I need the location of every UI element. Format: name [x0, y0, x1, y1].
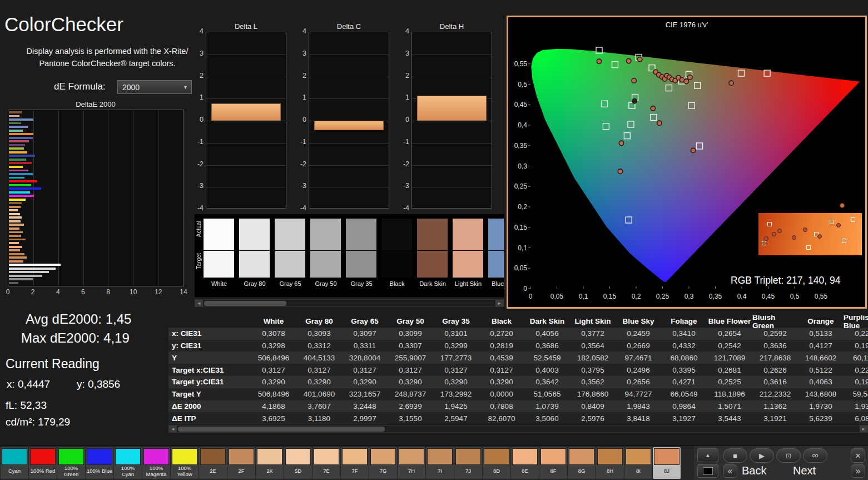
deltae-bar [9, 155, 35, 157]
table-cell: 0,4127 [798, 340, 844, 352]
patch-button-8d[interactable]: 8D [483, 447, 510, 479]
table-cell: 4,1868 [251, 400, 296, 413]
patch-color [654, 448, 679, 465]
patch-button-2e[interactable]: 2E [199, 447, 227, 479]
delta-bar [314, 121, 384, 130]
table-cell: 404,5133 [296, 352, 342, 364]
measured-point [792, 235, 796, 240]
svg-text:0,15: 0,15 [603, 293, 617, 300]
deltae-bar [9, 180, 37, 182]
deltae-bar [9, 202, 22, 204]
axis-tick-label: 0 [190, 116, 204, 123]
patch-color [370, 448, 396, 465]
patch-button-7g[interactable]: 7G [369, 447, 397, 479]
patch-button-7j[interactable]: 7J [454, 447, 482, 479]
table-cell: 212,2332 [752, 388, 798, 400]
patch-button-5d[interactable]: 5D [284, 447, 312, 479]
patch-button-cyan[interactable]: Cyan [1, 447, 28, 479]
swatch-scrollbar[interactable]: ◄ ► [195, 299, 504, 307]
deltae-bar [9, 162, 32, 164]
patch-button-2k[interactable]: 2K [256, 447, 284, 479]
patch-button-7e[interactable]: 7E [313, 447, 340, 479]
patch-button-8i[interactable]: 8I [624, 447, 652, 479]
scroll-right-icon[interactable]: ► [495, 300, 503, 306]
table-cell: 0,3127 [251, 364, 296, 376]
table-cell: 0,3772 [570, 328, 616, 340]
gridline [309, 143, 389, 143]
de-formula-dropdown[interactable]: 2000 ▼ [117, 80, 192, 94]
axis-tick-label: -3 [396, 182, 409, 190]
swatch-actual [275, 219, 305, 250]
frame-button[interactable]: ⊡ [776, 448, 801, 463]
patch-button-7i[interactable]: 7I [426, 447, 454, 479]
deltae-bar [9, 264, 61, 266]
de-formula-value: 2000 [122, 83, 140, 92]
max-de2000: Max dE2000: 4,19 [21, 330, 130, 346]
patch-button-7f[interactable]: 7F [341, 447, 369, 479]
table-cell: 0,3101 [433, 328, 479, 340]
patch-button-100-blue[interactable]: 100% Blue [86, 447, 113, 479]
table-cell: 0,3564 [570, 340, 616, 352]
patch-button-100-yellow[interactable]: 100% Yellow [171, 447, 199, 479]
measured-point [657, 121, 662, 125]
close-button[interactable]: ✕ [851, 448, 865, 463]
table-cell: 0,3410 [661, 328, 707, 340]
table-cell: 0,3307 [388, 340, 433, 352]
svg-text:0: 0 [523, 285, 527, 293]
axis-tick-label: 2 [293, 72, 306, 80]
patch-button-8h[interactable]: 8H [596, 447, 624, 479]
axis-tick-label: 4 [56, 288, 60, 296]
patch-color [87, 448, 112, 465]
patch-button-100-magenta[interactable]: 100% Magenta [142, 447, 170, 479]
next-chevron-button[interactable]: » [851, 464, 865, 478]
table-corner-cell [168, 315, 251, 328]
table-cell: 0,3290 [296, 376, 342, 388]
swatch-target [488, 251, 504, 278]
swatch-scrollbar-thumb[interactable] [204, 301, 286, 306]
scroll-left-icon[interactable]: ◄ [169, 425, 177, 432]
patch-button-2f[interactable]: 2F [227, 447, 255, 479]
svg-text:0,1: 0,1 [579, 293, 588, 300]
scroll-left-icon[interactable]: ◄ [195, 300, 203, 306]
svg-text:0,25: 0,25 [514, 182, 528, 190]
deltae-bar [9, 151, 27, 154]
axis-tick-label: -4 [293, 204, 306, 212]
blackout-button[interactable] [697, 464, 718, 478]
cie-diagram: 00,050,10,150,20,250,30,350,40,450,50,55… [508, 17, 865, 307]
table-scrollbar[interactable]: ◄ ► [168, 425, 868, 433]
target-point [806, 245, 811, 250]
next-button[interactable]: Next [793, 464, 816, 477]
patch-button-100-red[interactable]: 100% Red [29, 447, 57, 479]
patch-label: 100% Cyan [115, 465, 141, 478]
patch-button-8e[interactable]: 8E [511, 447, 539, 479]
patch-button-100-green[interactable]: 100% Green [57, 447, 85, 479]
patch-button-100-cyan[interactable]: 100% Cyan [114, 447, 142, 479]
patch-button-8j[interactable]: 8J [653, 447, 681, 479]
patch-button-8f[interactable]: 8F [539, 447, 567, 479]
table-cell: 0,4332 [661, 340, 707, 352]
deltae-bar [9, 256, 27, 259]
table-scrollbar-thumb[interactable] [178, 427, 385, 432]
deltae-bar [9, 220, 21, 222]
play-button[interactable]: ▶ [750, 448, 774, 463]
deltae-bar [9, 282, 18, 284]
axis-tick-label: 6 [81, 288, 85, 296]
back-chevron-button[interactable]: « [723, 464, 737, 478]
scroll-right-icon[interactable]: ► [860, 425, 867, 432]
table-cell: 0,4539 [479, 352, 524, 364]
nav-panel: ▲ ■ ▶ ⊡ ∞ ✕ « Back Next » [694, 446, 868, 480]
axis-tick-label: 3 [293, 50, 306, 57]
patch-buttons: Cyan100% Red100% Green100% Blue100% Cyan… [1, 447, 681, 479]
black-screen-icon [703, 467, 713, 475]
patch-button-7h[interactable]: 7H [398, 447, 425, 479]
table-cell: 121,7089 [707, 352, 752, 364]
loop-button[interactable]: ∞ [803, 448, 827, 463]
patch-button-8g[interactable]: 8G [568, 447, 596, 479]
table-cell: 2,5947 [433, 412, 479, 424]
table-cell: 173,2992 [433, 388, 479, 400]
table-cell: 1,9730 [798, 400, 844, 413]
scroll-up-button[interactable]: ▲ [697, 448, 718, 462]
stop-button[interactable]: ■ [723, 448, 747, 463]
back-button[interactable]: Back [742, 464, 766, 477]
current-fl: fL: 52,33 [6, 399, 47, 412]
